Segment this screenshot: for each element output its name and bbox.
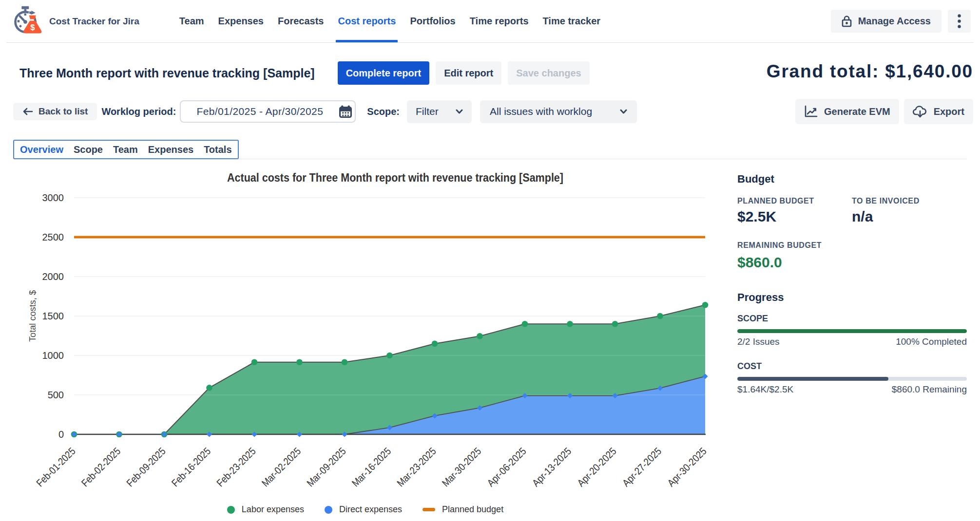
cost-progress-section: COST $1.64K/$2.5K $860.0 Remaining <box>737 361 967 395</box>
nav-item-cost-reports[interactable]: Cost reports <box>338 0 396 42</box>
svg-text:Feb-01-2025: Feb-01-2025 <box>34 446 77 489</box>
cost-progress-fill <box>737 377 888 381</box>
nav-item-time-reports[interactable]: Time reports <box>470 0 529 42</box>
svg-text:Apr-27-2025: Apr-27-2025 <box>620 446 663 489</box>
planned-budget-block: PLANNED BUDGET $2.5K <box>737 197 852 225</box>
nav-item-forecasts[interactable]: Forecasts <box>278 0 324 42</box>
nav-item-time-tracker[interactable]: Time tracker <box>543 0 601 42</box>
report-action-buttons: Complete report Edit report Save changes <box>338 61 590 85</box>
worklog-period-input[interactable]: Feb/01/2025 - Apr/30/2025 <box>180 100 356 123</box>
controls-row: Back to list Worklog period: Feb/01/2025… <box>13 100 967 123</box>
nav-item-team[interactable]: Team <box>179 0 204 42</box>
worklog-period-label: Worklog period: <box>101 106 176 117</box>
scope-progress-left: 2/2 Issues <box>737 336 780 347</box>
legend-label: Direct expenses <box>339 504 402 515</box>
svg-text:Mar-23-2025: Mar-23-2025 <box>395 446 438 489</box>
cost-progress-bar <box>737 377 967 381</box>
scope-filter-select[interactable]: Filter <box>407 100 472 123</box>
back-to-list-button[interactable]: Back to list <box>13 103 97 120</box>
svg-text:2000: 2000 <box>42 271 64 282</box>
svg-text:0: 0 <box>58 429 64 440</box>
generate-evm-button[interactable]: Generate EVM <box>795 99 899 124</box>
back-to-list-label: Back to list <box>38 106 88 117</box>
manage-access-label: Manage Access <box>858 16 931 27</box>
tabs-row: OverviewScopeTeamExpensesTotals <box>13 140 967 159</box>
complete-report-button[interactable]: Complete report <box>338 61 429 85</box>
to-be-invoiced-label: TO BE INVOICED <box>852 197 967 205</box>
legend-item-planned-budget: Planned budget <box>423 504 503 515</box>
report-header-row: Three Month report with revenue tracking… <box>13 61 967 85</box>
content-area: 050010001500200025003000Total costs, $Fe… <box>13 159 967 515</box>
svg-text:1000: 1000 <box>42 350 64 361</box>
svg-text:Actual costs for Three Month r: Actual costs for Three Month report with… <box>227 171 563 184</box>
issues-scope-select[interactable]: All issues with worklog <box>480 100 637 123</box>
svg-text:Feb-23-2025: Feb-23-2025 <box>214 446 258 489</box>
manage-access-button[interactable]: Manage Access <box>831 10 942 33</box>
arrow-left-icon <box>22 108 33 115</box>
main-nav: TeamExpensesForecastsCost reportsPortfol… <box>179 0 600 42</box>
to-be-invoiced-block: TO BE INVOICED n/a <box>852 197 967 225</box>
to-be-invoiced-value: n/a <box>852 208 967 225</box>
svg-text:Total costs, $: Total costs, $ <box>27 290 38 342</box>
main-content: Three Month report with revenue tracking… <box>0 61 980 515</box>
chart-line-icon <box>804 105 818 118</box>
page-title: Three Month report with revenue tracking… <box>19 66 315 80</box>
scope-progress-right: 100% Completed <box>896 336 967 347</box>
cloud-download-icon <box>913 105 927 118</box>
legend-item-direct-expenses: Direct expenses <box>325 504 402 515</box>
legend-label: Planned budget <box>442 504 503 515</box>
remaining-budget-label: REMAINING BUDGET <box>737 241 967 250</box>
tab-scope[interactable]: Scope <box>74 144 103 155</box>
lock-icon <box>842 15 852 27</box>
issues-scope-value: All issues with worklog <box>490 106 592 117</box>
cost-progress-label: COST <box>737 361 967 372</box>
worklog-period-value: Feb/01/2025 - Apr/30/2025 <box>196 106 323 117</box>
legend-label: Labor expenses <box>242 504 304 515</box>
remaining-budget-block: REMAINING BUDGET $860.0 <box>737 241 967 271</box>
svg-text:2500: 2500 <box>42 232 64 242</box>
export-label: Export <box>934 106 964 117</box>
save-changes-button[interactable]: Save changes <box>508 61 589 85</box>
budget-title: Budget <box>737 173 967 186</box>
svg-text:Mar-02-2025: Mar-02-2025 <box>259 446 303 489</box>
nav-item-portfolios[interactable]: Portfolios <box>410 0 455 42</box>
nav-item-expenses[interactable]: Expenses <box>218 0 264 42</box>
svg-text:500: 500 <box>48 390 64 400</box>
svg-text:Apr-13-2025: Apr-13-2025 <box>530 446 573 489</box>
chart-area: 050010001500200025003000Total costs, $Fe… <box>13 159 725 515</box>
cost-progress-left: $1.64K/$2.5K <box>737 384 793 395</box>
kebab-icon <box>958 14 961 28</box>
tab-overview[interactable]: Overview <box>20 144 63 155</box>
svg-text:Feb-09-2025: Feb-09-2025 <box>124 446 168 489</box>
export-button[interactable]: Export <box>904 99 973 124</box>
progress-row: $1.64K/$2.5K $860.0 Remaining <box>737 384 967 395</box>
scope-progress-fill <box>737 329 967 333</box>
chevron-down-icon <box>456 109 463 114</box>
scope-filter-value: Filter <box>416 106 439 117</box>
tab-totals[interactable]: Totals <box>204 144 231 155</box>
svg-text:Feb-16-2025: Feb-16-2025 <box>169 446 212 489</box>
edit-report-button[interactable]: Edit report <box>436 61 501 85</box>
planned-budget-value: $2.5K <box>737 208 852 225</box>
progress-row: 2/2 Issues 100% Completed <box>737 336 967 347</box>
tab-expenses[interactable]: Expenses <box>148 144 193 155</box>
chevron-down-icon <box>620 109 627 114</box>
legend-swatch-circle <box>325 506 332 514</box>
calendar-icon <box>339 105 352 118</box>
svg-text:Apr-30-2025: Apr-30-2025 <box>665 446 709 489</box>
actual-costs-chart: 050010001500200025003000Total costs, $Fe… <box>13 159 725 495</box>
top-navigation-bar: $ Cost Tracker for Jira TeamExpensesFore… <box>0 0 980 43</box>
scope-label: Scope: <box>367 106 400 117</box>
grand-total: Grand total: $1,640.00 <box>767 61 973 82</box>
svg-text:Mar-09-2025: Mar-09-2025 <box>305 446 348 489</box>
kebab-menu-button[interactable] <box>948 10 971 33</box>
cost-progress-right: $860.0 Remaining <box>892 384 967 395</box>
svg-text:Apr-20-2025: Apr-20-2025 <box>575 446 618 489</box>
legend-item-labor-expenses: Labor expenses <box>227 504 304 515</box>
app-logo-icon: $ <box>13 6 44 37</box>
generate-evm-label: Generate EVM <box>824 106 890 117</box>
tab-team[interactable]: Team <box>113 144 138 155</box>
remaining-budget-value: $860.0 <box>737 254 967 271</box>
budget-grid: PLANNED BUDGET $2.5K TO BE INVOICED n/a <box>737 197 967 225</box>
scope-progress-section: SCOPE 2/2 Issues 100% Completed <box>737 314 967 347</box>
